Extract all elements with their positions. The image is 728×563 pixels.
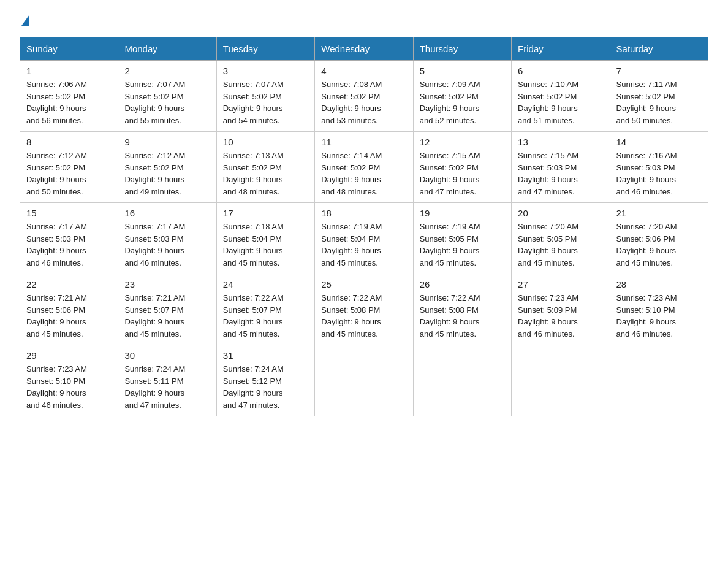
- day-number: 30: [124, 350, 210, 361]
- calendar-cell: 11 Sunrise: 7:14 AMSunset: 5:02 PMDaylig…: [315, 132, 413, 203]
- day-info: Sunrise: 7:24 AMSunset: 5:12 PMDaylight:…: [223, 364, 284, 410]
- day-info: Sunrise: 7:23 AMSunset: 5:09 PMDaylight:…: [518, 293, 578, 339]
- calendar-cell: [315, 345, 413, 416]
- day-number: 9: [124, 137, 210, 147]
- calendar-cell: [610, 345, 708, 416]
- day-number: 23: [124, 279, 210, 289]
- day-info: Sunrise: 7:06 AMSunset: 5:02 PMDaylight:…: [26, 80, 87, 125]
- calendar-cell: 1 Sunrise: 7:06 AMSunset: 5:02 PMDayligh…: [20, 61, 118, 132]
- day-info: Sunrise: 7:16 AMSunset: 5:03 PMDaylight:…: [616, 151, 677, 196]
- calendar-cell: 23 Sunrise: 7:21 AMSunset: 5:07 PMDaylig…: [118, 274, 216, 345]
- day-info: Sunrise: 7:07 AMSunset: 5:02 PMDaylight:…: [124, 80, 185, 125]
- day-info: Sunrise: 7:19 AMSunset: 5:04 PMDaylight:…: [321, 222, 382, 267]
- day-number: 20: [518, 208, 603, 218]
- weekday-header-sunday: Sunday: [20, 37, 118, 61]
- week-row-3: 15 Sunrise: 7:17 AMSunset: 5:03 PMDaylig…: [20, 203, 708, 274]
- calendar-cell: 8 Sunrise: 7:12 AMSunset: 5:02 PMDayligh…: [20, 132, 118, 203]
- calendar-cell: 10 Sunrise: 7:13 AMSunset: 5:02 PMDaylig…: [216, 132, 314, 203]
- day-number: 26: [420, 279, 505, 289]
- day-number: 25: [321, 279, 406, 289]
- day-info: Sunrise: 7:14 AMSunset: 5:02 PMDaylight:…: [321, 151, 382, 196]
- day-number: 7: [616, 66, 702, 76]
- calendar-cell: 2 Sunrise: 7:07 AMSunset: 5:02 PMDayligh…: [118, 61, 216, 132]
- day-number: 31: [223, 350, 308, 361]
- day-number: 19: [420, 208, 505, 218]
- calendar-cell: 22 Sunrise: 7:21 AMSunset: 5:06 PMDaylig…: [20, 274, 118, 345]
- weekday-header-tuesday: Tuesday: [216, 37, 314, 61]
- day-info: Sunrise: 7:12 AMSunset: 5:02 PMDaylight:…: [124, 151, 185, 196]
- day-number: 11: [321, 137, 406, 147]
- day-number: 4: [321, 66, 406, 76]
- weekday-header-friday: Friday: [512, 37, 610, 61]
- weekday-header-monday: Monday: [118, 37, 216, 61]
- page-header: [20, 15, 708, 25]
- calendar-cell: 31 Sunrise: 7:24 AMSunset: 5:12 PMDaylig…: [216, 345, 314, 416]
- logo: [20, 15, 29, 25]
- weekday-header-row: SundayMondayTuesdayWednesdayThursdayFrid…: [20, 37, 708, 61]
- day-info: Sunrise: 7:21 AMSunset: 5:06 PMDaylight:…: [26, 293, 87, 339]
- calendar-cell: 7 Sunrise: 7:11 AMSunset: 5:02 PMDayligh…: [610, 61, 708, 132]
- calendar-cell: 4 Sunrise: 7:08 AMSunset: 5:02 PMDayligh…: [315, 61, 413, 132]
- day-info: Sunrise: 7:20 AMSunset: 5:05 PMDaylight:…: [518, 222, 578, 267]
- week-row-4: 22 Sunrise: 7:21 AMSunset: 5:06 PMDaylig…: [20, 274, 708, 345]
- calendar-cell: 27 Sunrise: 7:23 AMSunset: 5:09 PMDaylig…: [512, 274, 610, 345]
- day-info: Sunrise: 7:13 AMSunset: 5:02 PMDaylight:…: [223, 151, 284, 196]
- day-number: 5: [420, 66, 505, 76]
- day-info: Sunrise: 7:20 AMSunset: 5:06 PMDaylight:…: [616, 222, 677, 267]
- calendar-cell: 5 Sunrise: 7:09 AMSunset: 5:02 PMDayligh…: [413, 61, 511, 132]
- calendar-cell: 12 Sunrise: 7:15 AMSunset: 5:02 PMDaylig…: [413, 132, 511, 203]
- day-info: Sunrise: 7:21 AMSunset: 5:07 PMDaylight:…: [124, 293, 185, 339]
- calendar-cell: [512, 345, 610, 416]
- day-info: Sunrise: 7:22 AMSunset: 5:08 PMDaylight:…: [420, 293, 480, 339]
- calendar-cell: 21 Sunrise: 7:20 AMSunset: 5:06 PMDaylig…: [610, 203, 708, 274]
- day-number: 18: [321, 208, 406, 218]
- day-number: 21: [616, 208, 702, 218]
- day-info: Sunrise: 7:22 AMSunset: 5:07 PMDaylight:…: [223, 293, 284, 339]
- weekday-header-wednesday: Wednesday: [315, 37, 413, 61]
- calendar-cell: 6 Sunrise: 7:10 AMSunset: 5:02 PMDayligh…: [512, 61, 610, 132]
- calendar-cell: 13 Sunrise: 7:15 AMSunset: 5:03 PMDaylig…: [512, 132, 610, 203]
- day-number: 17: [223, 208, 308, 218]
- calendar-cell: 24 Sunrise: 7:22 AMSunset: 5:07 PMDaylig…: [216, 274, 314, 345]
- day-info: Sunrise: 7:23 AMSunset: 5:10 PMDaylight:…: [26, 364, 87, 410]
- day-number: 12: [420, 137, 505, 147]
- calendar-cell: 3 Sunrise: 7:07 AMSunset: 5:02 PMDayligh…: [216, 61, 314, 132]
- day-number: 3: [223, 66, 308, 76]
- calendar-cell: 9 Sunrise: 7:12 AMSunset: 5:02 PMDayligh…: [118, 132, 216, 203]
- day-number: 13: [518, 137, 603, 147]
- day-number: 15: [26, 208, 112, 218]
- calendar-cell: 20 Sunrise: 7:20 AMSunset: 5:05 PMDaylig…: [512, 203, 610, 274]
- day-number: 22: [26, 279, 112, 289]
- day-number: 27: [518, 279, 603, 289]
- calendar-cell: 14 Sunrise: 7:16 AMSunset: 5:03 PMDaylig…: [610, 132, 708, 203]
- calendar-cell: 16 Sunrise: 7:17 AMSunset: 5:03 PMDaylig…: [118, 203, 216, 274]
- week-row-1: 1 Sunrise: 7:06 AMSunset: 5:02 PMDayligh…: [20, 61, 708, 132]
- calendar-cell: 25 Sunrise: 7:22 AMSunset: 5:08 PMDaylig…: [315, 274, 413, 345]
- weekday-header-saturday: Saturday: [610, 37, 708, 61]
- calendar-cell: 18 Sunrise: 7:19 AMSunset: 5:04 PMDaylig…: [315, 203, 413, 274]
- day-info: Sunrise: 7:24 AMSunset: 5:11 PMDaylight:…: [124, 364, 185, 410]
- weekday-header-thursday: Thursday: [413, 37, 511, 61]
- day-number: 1: [26, 66, 112, 76]
- day-info: Sunrise: 7:15 AMSunset: 5:02 PMDaylight:…: [420, 151, 480, 196]
- day-info: Sunrise: 7:22 AMSunset: 5:08 PMDaylight:…: [321, 293, 382, 339]
- calendar-cell: 30 Sunrise: 7:24 AMSunset: 5:11 PMDaylig…: [118, 345, 216, 416]
- day-info: Sunrise: 7:19 AMSunset: 5:05 PMDaylight:…: [420, 222, 480, 267]
- calendar-table: SundayMondayTuesdayWednesdayThursdayFrid…: [20, 37, 708, 416]
- day-number: 28: [616, 279, 702, 289]
- day-info: Sunrise: 7:12 AMSunset: 5:02 PMDaylight:…: [26, 151, 87, 196]
- day-number: 29: [26, 350, 112, 361]
- day-info: Sunrise: 7:07 AMSunset: 5:02 PMDaylight:…: [223, 80, 284, 125]
- day-info: Sunrise: 7:17 AMSunset: 5:03 PMDaylight:…: [26, 222, 87, 267]
- day-info: Sunrise: 7:08 AMSunset: 5:02 PMDaylight:…: [321, 80, 382, 125]
- logo-triangle-icon: [21, 15, 29, 26]
- calendar-cell: 19 Sunrise: 7:19 AMSunset: 5:05 PMDaylig…: [413, 203, 511, 274]
- day-number: 14: [616, 137, 702, 147]
- calendar-cell: 28 Sunrise: 7:23 AMSunset: 5:10 PMDaylig…: [610, 274, 708, 345]
- day-number: 24: [223, 279, 308, 289]
- calendar-cell: 17 Sunrise: 7:18 AMSunset: 5:04 PMDaylig…: [216, 203, 314, 274]
- day-info: Sunrise: 7:15 AMSunset: 5:03 PMDaylight:…: [518, 151, 578, 196]
- day-number: 16: [124, 208, 210, 218]
- day-info: Sunrise: 7:11 AMSunset: 5:02 PMDaylight:…: [616, 80, 677, 125]
- calendar-cell: [413, 345, 511, 416]
